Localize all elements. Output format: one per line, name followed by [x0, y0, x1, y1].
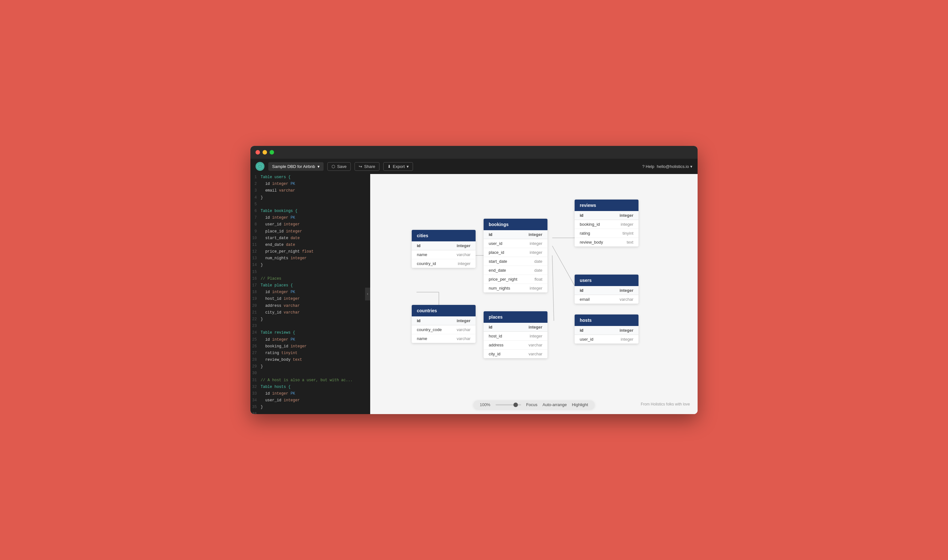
table-row: country_code varchar	[412, 325, 476, 334]
table-row: price_per_night float	[484, 275, 547, 284]
table-hosts[interactable]: hosts id integer user_id integer	[575, 314, 638, 343]
code-line: 14}	[250, 262, 370, 269]
code-line: 7 id integer PK	[250, 215, 370, 221]
focus-button[interactable]: Focus	[526, 402, 537, 407]
line-number: 35	[250, 404, 261, 410]
project-selector[interactable]: Sample DBD for Airbnb ▾	[268, 162, 324, 171]
code-line: 3 email varchar	[250, 188, 370, 194]
code-line: 27 rating tinyint	[250, 350, 370, 357]
zoom-slider[interactable]	[495, 404, 521, 406]
highlight-button[interactable]: Highlight	[572, 402, 588, 407]
export-dropdown-icon: ▾	[407, 164, 409, 169]
line-number: 23	[250, 323, 261, 329]
table-row: booking_id integer	[575, 220, 638, 229]
table-reviews[interactable]: reviews id integer booking_id integer ra…	[575, 200, 638, 246]
close-button[interactable]	[256, 150, 260, 154]
table-cities-header: cities	[412, 230, 476, 242]
table-cities-col-header: id integer	[412, 242, 476, 250]
line-content: start_date date	[261, 235, 370, 242]
code-line: 32Table hosts {	[250, 384, 370, 391]
line-content: end_date date	[261, 242, 370, 248]
code-line: 12 price_per_night float	[250, 248, 370, 255]
code-line: 18 id integer PK	[250, 289, 370, 295]
line-number: 11	[250, 242, 261, 248]
table-cities[interactable]: cities id integer name varchar country_i…	[412, 230, 476, 268]
line-content: address varchar	[261, 303, 370, 309]
code-line: 8 user_id integer	[250, 221, 370, 228]
code-line: 15	[250, 269, 370, 275]
table-bookings-col-header: id integer	[484, 230, 547, 239]
line-content: Table places {	[261, 283, 370, 289]
svg-text:H: H	[259, 165, 261, 168]
line-number: 22	[250, 316, 261, 323]
toolbar: H Sample DBD for Airbnb ▾ ⬡ Save ↪ Share…	[250, 158, 698, 174]
table-row: host_id integer	[484, 332, 547, 341]
table-places[interactable]: places id integer host_id integer addres…	[484, 311, 547, 358]
maximize-button[interactable]	[270, 150, 274, 154]
code-editor[interactable]: 1Table users {2 id integer PK3 email var…	[250, 174, 370, 414]
code-line: 28 review_body text	[250, 357, 370, 363]
line-content: }	[261, 262, 370, 268]
table-users[interactable]: users id integer email varchar	[575, 275, 638, 304]
line-number: 9	[250, 229, 261, 235]
table-row: name varchar	[412, 334, 476, 343]
table-reviews-col-header: id integer	[575, 211, 638, 220]
export-button[interactable]: ⬇ Export ▾	[383, 162, 413, 171]
table-bookings[interactable]: bookings id integer user_id integer plac…	[484, 219, 547, 292]
line-number: 18	[250, 289, 261, 295]
line-number: 20	[250, 303, 261, 309]
project-name: Sample DBD for Airbnb	[272, 164, 315, 169]
bottom-toolbar: 100% Focus Auto-arrange Highlight	[473, 400, 594, 409]
code-line: 4}	[250, 194, 370, 201]
line-content: Table bookings {	[261, 208, 370, 214]
save-button[interactable]: ⬡ Save	[327, 162, 351, 171]
line-number: 19	[250, 296, 261, 302]
table-row: start_date date	[484, 257, 547, 266]
table-row: num_nights integer	[484, 284, 547, 292]
line-content	[261, 370, 370, 377]
save-icon: ⬡	[331, 164, 335, 169]
table-row: country_id integer	[412, 259, 476, 268]
code-line: 13 num_nights integer	[250, 255, 370, 262]
line-number: 12	[250, 249, 261, 255]
line-content: Table reviews {	[261, 330, 370, 336]
line-number: 8	[250, 222, 261, 228]
line-content: }	[261, 404, 370, 410]
table-hosts-header: hosts	[575, 314, 638, 326]
line-number: 27	[250, 350, 261, 356]
table-countries[interactable]: countries id integer country_code varcha…	[412, 305, 476, 343]
zoom-thumb[interactable]	[513, 403, 518, 407]
code-line: 1Table users {	[250, 174, 370, 181]
line-content: rating tinyint	[261, 350, 370, 356]
line-content: id integer PK	[261, 289, 370, 295]
line-content: review_body text	[261, 357, 370, 363]
diagram-canvas[interactable]: cities id integer name varchar country_i…	[370, 174, 698, 414]
table-users-col-header: id integer	[575, 286, 638, 295]
table-row: user_id integer	[484, 239, 547, 248]
svg-line-7	[552, 255, 554, 321]
line-number: 17	[250, 283, 261, 289]
minimize-button[interactable]	[262, 150, 267, 154]
line-content: city_id varchar	[261, 310, 370, 316]
svg-line-6	[552, 246, 575, 286]
line-content: }	[261, 316, 370, 323]
auto-arrange-button[interactable]: Auto-arrange	[543, 402, 567, 407]
user-menu-button[interactable]: hello@holistics.io ▾	[657, 164, 692, 169]
line-content: id integer PK	[261, 215, 370, 221]
line-content	[261, 202, 370, 208]
user-dropdown-icon: ▾	[690, 164, 692, 169]
titlebar	[250, 146, 698, 158]
help-button[interactable]: ? Help	[642, 164, 655, 169]
line-content: id integer PK	[261, 337, 370, 343]
code-line: 10 start_date date	[250, 235, 370, 242]
line-content: user_id integer	[261, 222, 370, 228]
table-row: name varchar	[412, 250, 476, 259]
zoom-level: 100%	[480, 402, 490, 407]
table-row: end_date date	[484, 266, 547, 275]
code-line: 5	[250, 201, 370, 208]
line-number: 3	[250, 188, 261, 194]
line-number: 13	[250, 255, 261, 262]
line-number: 26	[250, 343, 261, 349]
collapse-panel-button[interactable]: ‹	[365, 288, 370, 300]
share-button[interactable]: ↪ Share	[355, 162, 379, 171]
